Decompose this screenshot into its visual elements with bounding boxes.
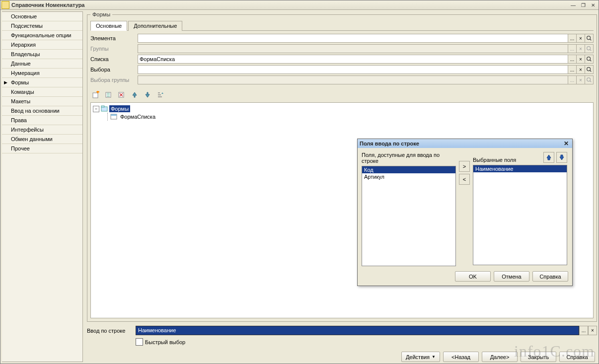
bottom-rows: Ввод по строке Наименование ... × Быстры… [87,326,597,346]
btn-actions[interactable]: Действия▼ [401,352,440,362]
dialog-ok-button[interactable]: OK [455,271,491,282]
dialog-cancel-button[interactable]: Отмена [494,271,529,282]
window-title: Справочник Номенклатура [11,2,568,8]
input-by-string-field[interactable]: Наименование [136,326,579,335]
input-choice[interactable] [138,65,568,74]
svg-point-2 [587,47,591,50]
forms-folder-icon [101,105,108,112]
tab-main[interactable]: Основные [90,21,127,31]
sidebar-item-main[interactable]: Основные [2,12,82,21]
form-rows: Элемента ... × Группы ... × [90,34,594,84]
sidebar-item-func-options[interactable]: Функциональные опции [2,31,82,40]
btn-list-dots[interactable]: ... [568,55,577,64]
btn-element-dots[interactable]: ... [568,34,577,43]
input-group [138,44,568,53]
input-element[interactable] [138,34,568,43]
label-list: Списка [90,56,138,62]
btn-close[interactable]: Закрыть [521,352,556,362]
titlebar: Справочник Номенклатура — ❐ ✕ [0,0,599,10]
sidebar-item-subsystems[interactable]: Подсистемы [2,21,82,31]
sidebar-item-rights[interactable]: Права [2,116,82,125]
list-item[interactable]: Артикул [362,173,455,180]
svg-point-0 [587,36,591,40]
footer-buttons: Действия▼ <Назад Далее> Закрыть Справка [87,352,597,362]
tool-edit-icon[interactable] [103,89,114,100]
tree-toolbar [90,89,594,100]
tree-root-label[interactable]: Формы [109,105,130,112]
sidebar-item-owners[interactable]: Владельцы [2,50,82,59]
btn-remove-field[interactable]: < [459,174,470,185]
available-fields-label: Поля, доступные для ввода по строке [362,152,456,164]
btn-move-up[interactable] [543,152,554,163]
svg-rect-18 [101,106,104,107]
sidebar-item-forms[interactable]: ▶Формы [2,78,82,87]
app-icon [1,1,9,9]
dialog-title: Поля ввода по строке [360,141,562,146]
sidebar: Основные Подсистемы Функциональные опции… [2,11,83,362]
list-item[interactable]: Код [362,166,455,173]
btn-list-clear[interactable]: × [577,55,585,64]
label-input-by-string: Ввод по строке [87,328,136,334]
available-fields-list[interactable]: Код Артикул [362,166,456,266]
tree-child[interactable]: ФормаСписка [105,113,591,121]
tool-delete-icon[interactable] [116,89,127,100]
input-fields-dialog: Поля ввода по строке ✕ Поля, доступные д… [357,139,573,286]
label-choice: Выбора [90,67,138,73]
svg-point-8 [587,78,591,81]
tree-child-label[interactable]: ФормаСписка [119,113,157,120]
btn-input-by-string-dots[interactable]: ... [579,326,588,335]
tool-sort-icon[interactable] [155,89,166,100]
restore-button[interactable]: ❐ [579,1,588,9]
tree-root[interactable]: − Формы [93,105,591,113]
btn-group-choice-pick [585,75,594,84]
sidebar-item-templates[interactable]: Макеты [2,97,82,106]
label-group-choice: Выбора группы [90,77,138,83]
selected-marker-icon: ▶ [4,80,7,85]
sidebar-item-exchange[interactable]: Обмен данными [2,135,82,144]
btn-help[interactable]: Справка [559,352,595,362]
input-list[interactable] [138,55,568,64]
sidebar-item-input-based[interactable]: Ввод на основании [2,106,82,116]
svg-line-9 [590,81,592,82]
label-group: Группы [90,46,138,52]
btn-add-field[interactable]: > [459,161,470,172]
sidebar-item-numbering[interactable]: Нумерация [2,69,82,78]
btn-group-choice-clear: × [577,75,585,84]
sidebar-item-data[interactable]: Данные [2,59,82,69]
quick-choice-label: Быстрый выбор [145,339,185,345]
btn-move-down[interactable] [556,152,567,163]
btn-choice-pick[interactable] [585,65,594,74]
selected-fields-list[interactable]: Наименование [473,165,567,265]
btn-back[interactable]: <Назад [443,352,479,362]
sidebar-item-interfaces[interactable]: Интерфейсы [2,125,82,135]
dialog-close-button[interactable]: ✕ [562,140,570,147]
tool-add-icon[interactable] [90,89,101,100]
btn-choice-clear[interactable]: × [577,65,585,74]
svg-line-3 [590,50,592,51]
tab-additional[interactable]: Дополнительные [128,21,182,31]
btn-group-dots: ... [568,44,577,53]
quick-choice-checkbox[interactable] [136,338,143,346]
tree-collapse-icon[interactable]: − [93,106,99,112]
sidebar-item-hierarchy[interactable]: Иерархия [2,40,82,50]
btn-element-pick[interactable] [585,34,594,43]
btn-choice-dots[interactable]: ... [568,65,577,74]
tool-move-up-icon[interactable] [129,89,140,100]
dialog-titlebar: Поля ввода по строке ✕ [358,139,572,148]
svg-point-6 [587,68,591,71]
btn-next[interactable]: Далее> [482,352,518,362]
btn-input-by-string-clear[interactable]: × [588,326,597,335]
sidebar-item-commands[interactable]: Команды [2,87,82,97]
minimize-button[interactable]: — [569,1,578,9]
list-item[interactable]: Наименование [473,165,567,172]
input-group-choice [138,75,568,84]
btn-list-pick[interactable] [585,55,594,64]
svg-line-7 [590,71,592,72]
btn-element-clear[interactable]: × [577,34,585,43]
sidebar-item-other[interactable]: Прочее [2,144,82,153]
close-button[interactable]: ✕ [589,1,598,9]
dropdown-icon: ▼ [432,355,436,359]
svg-line-5 [590,60,592,62]
tool-move-down-icon[interactable] [142,89,153,100]
dialog-help-button[interactable]: Справка [532,271,568,282]
